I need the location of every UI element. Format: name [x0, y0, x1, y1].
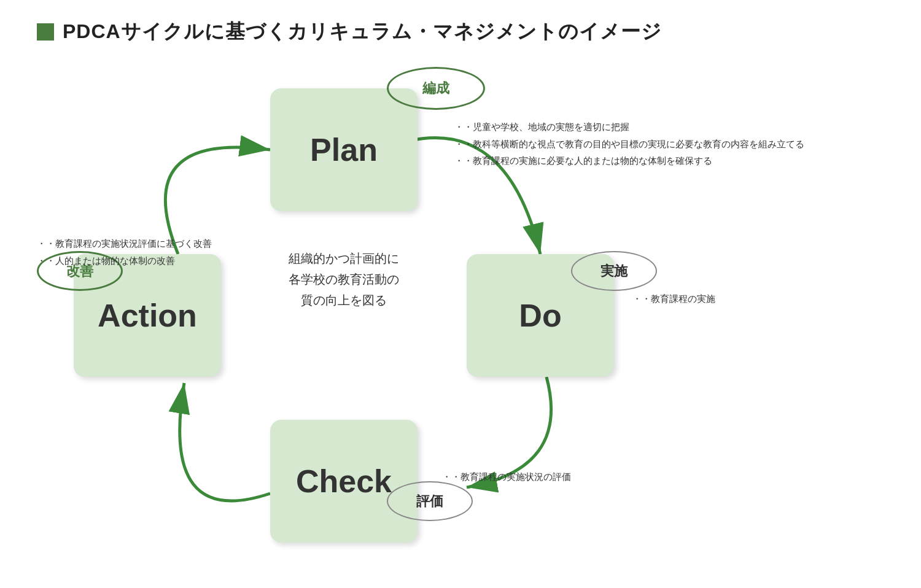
- oval-hensei: 編成: [387, 67, 485, 110]
- desc-do: ・教育課程の実施: [632, 291, 866, 308]
- list-item: ・教育課程の実施: [632, 291, 866, 307]
- page-container: PDCAサイクルに基づくカリキュラム・マネジメントのイメージ Plan: [0, 0, 921, 588]
- do-desc-list: ・教育課程の実施: [632, 291, 866, 307]
- page-title: PDCAサイクルに基づくカリキュラム・マネジメントのイメージ: [63, 18, 662, 45]
- plan-box: Plan: [270, 88, 418, 211]
- desc-plan: ・児童や学校、地域の実態を適切に把握・教科等横断的な視点で教育の目的や目標の実現…: [454, 119, 872, 170]
- list-item: ・教育課程の実施状況の評価: [442, 469, 688, 485]
- check-desc-list: ・教育課程の実施状況の評価: [442, 469, 688, 485]
- title-icon: [37, 23, 54, 41]
- list-item: ・児童や学校、地域の実態を適切に把握: [454, 119, 872, 135]
- center-text: 組織的かつ計画的に 各学校の教育活動の 質の向上を図る: [239, 248, 448, 311]
- diagram-area: Plan Do Check Action 編成 実施 評価 改善: [37, 70, 884, 573]
- oval-hyouka: 評価: [387, 481, 473, 521]
- desc-action: ・教育課程の実施状況評価に基づく改善・人的または物的な体制の改善: [37, 236, 246, 269]
- plan-desc-list: ・児童や学校、地域の実態を適切に把握・教科等横断的な視点で教育の目的や目標の実現…: [454, 119, 872, 169]
- desc-check: ・教育課程の実施状況の評価: [442, 469, 688, 486]
- list-item: ・教科等横断的な視点で教育の目的や目標の実現に必要な教育の内容を組み立てる: [454, 136, 872, 152]
- list-item: ・教育課程の実施状況評価に基づく改善: [37, 236, 246, 252]
- title-row: PDCAサイクルに基づくカリキュラム・マネジメントのイメージ: [37, 18, 884, 45]
- list-item: ・教育課程の実施に必要な人的または物的な体制を確保する: [454, 153, 872, 169]
- oval-jisshi: 実施: [571, 251, 657, 291]
- list-item: ・人的または物的な体制の改善: [37, 253, 246, 269]
- check-box: Check: [270, 420, 418, 543]
- action-desc-list: ・教育課程の実施状況評価に基づく改善・人的または物的な体制の改善: [37, 236, 246, 268]
